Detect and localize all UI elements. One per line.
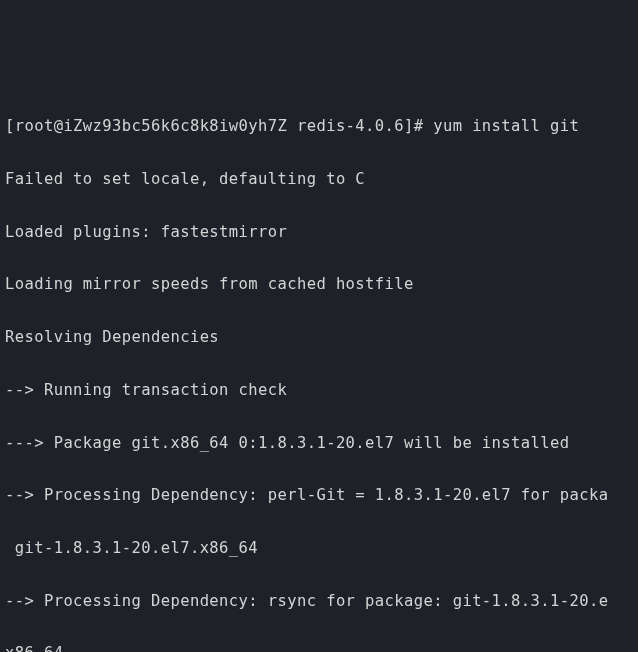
terminal-line: --> Running transaction check	[5, 377, 633, 403]
terminal-line: Loading mirror speeds from cached hostfi…	[5, 271, 633, 297]
terminal-line: ---> Package git.x86_64 0:1.8.3.1-20.el7…	[5, 430, 633, 456]
terminal-line: x86_64	[5, 640, 633, 652]
terminal-line: Failed to set locale, defaulting to C	[5, 166, 633, 192]
terminal-line: Resolving Dependencies	[5, 324, 633, 350]
terminal-line: [root@iZwz93bc56k6c8k8iw0yh7Z redis-4.0.…	[5, 113, 633, 139]
terminal-line: Loaded plugins: fastestmirror	[5, 219, 633, 245]
terminal-line: --> Processing Dependency: perl-Git = 1.…	[5, 482, 633, 508]
terminal-line: --> Processing Dependency: rsync for pac…	[5, 588, 633, 614]
terminal-line: git-1.8.3.1-20.el7.x86_64	[5, 535, 633, 561]
